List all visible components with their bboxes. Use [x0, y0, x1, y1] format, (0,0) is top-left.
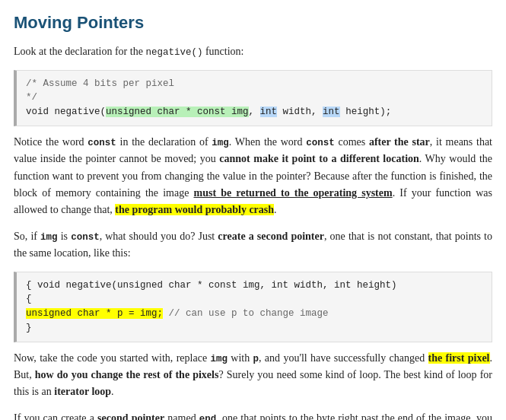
p1-const1: const — [88, 138, 116, 148]
code-block-2: { void negative(unsigned char * const im… — [14, 272, 492, 342]
p1-t15: . — [274, 204, 277, 215]
p3-t5: , and you'll have successfully changed — [259, 352, 428, 364]
code1-part: width, — [277, 107, 323, 117]
paragraph-4: If you can create a second pointer named… — [14, 410, 492, 420]
p2-const: const — [71, 232, 100, 243]
code1-line1: /* Assume 4 bits per pixel — [26, 78, 174, 89]
code2-line4: } — [26, 323, 32, 333]
p4-second-pointer: second pointer — [97, 412, 164, 420]
code1-hl1: unsigned char * const img — [106, 107, 249, 117]
p3-first-pixel: the first pixel — [428, 352, 490, 364]
p4-end: end — [199, 414, 217, 420]
p3-t1: Now, take the code you started with, rep… — [14, 352, 210, 364]
p3-t11: . — [111, 386, 114, 397]
intro-paragraph: Look at the declaration for the negative… — [14, 43, 492, 60]
p4-t3: named — [164, 412, 199, 420]
code2-line1: { void negative(unsigned char * const im… — [26, 280, 397, 291]
p1-img: img — [212, 138, 229, 148]
code1-line2: */ — [26, 92, 37, 103]
intro-text-1: Look at the declaration for the — [14, 46, 145, 57]
p3-t3: with — [228, 352, 253, 364]
p3-p: p — [253, 354, 259, 364]
p3-iterator: iterator loop — [54, 386, 111, 397]
paragraph-3: Now, take the code you started with, rep… — [14, 350, 492, 401]
code1-hl3: int — [323, 107, 340, 117]
code1-line3-pre: void negative( — [26, 107, 106, 117]
p1-must-return: must be returned to the operating system — [193, 187, 392, 199]
paragraph-2: So, if img is const, what should you do?… — [14, 228, 492, 262]
code2-line2: { — [26, 294, 32, 304]
intro-text-2: function: — [202, 46, 243, 57]
p1-crash: the program would probably crash — [115, 204, 274, 215]
p2-t1: So, if — [14, 231, 40, 242]
code2-hl: unsigned char * p = img; — [26, 308, 163, 319]
paragraph-1: Notice the word const in the declaration… — [14, 134, 492, 219]
p1-t5: . When the word — [229, 136, 306, 148]
p1-const2: const — [306, 138, 335, 148]
page-title: Moving Pointers — [14, 9, 492, 36]
p2-second-pointer: create a second pointer — [218, 231, 324, 242]
p1-t1: Notice the word — [14, 136, 88, 148]
p4-t1: If you can create a — [14, 412, 97, 420]
p2-img: img — [40, 232, 58, 243]
p1-t3: in the declaration of — [116, 136, 212, 148]
code2-comment: // can use p to change image — [163, 308, 329, 319]
p2-t5: , what should you do? Just — [100, 231, 218, 242]
p3-img: img — [210, 354, 228, 364]
p2-t3: is — [58, 231, 72, 242]
code1-hl2: int — [260, 107, 278, 117]
p1-t7: comes — [335, 136, 369, 148]
intro-code: negative() — [145, 47, 202, 58]
code-block-1: /* Assume 4 bits per pixel */ void negat… — [14, 70, 492, 126]
code1-mid: , — [249, 107, 260, 117]
p3-how-change: how do you change the rest of the pixels — [35, 369, 219, 380]
code1-end: height); — [340, 107, 392, 117]
p1-cannot: cannot make it point to a different loca… — [219, 153, 418, 164]
p1-after-star: after the star — [369, 136, 430, 148]
